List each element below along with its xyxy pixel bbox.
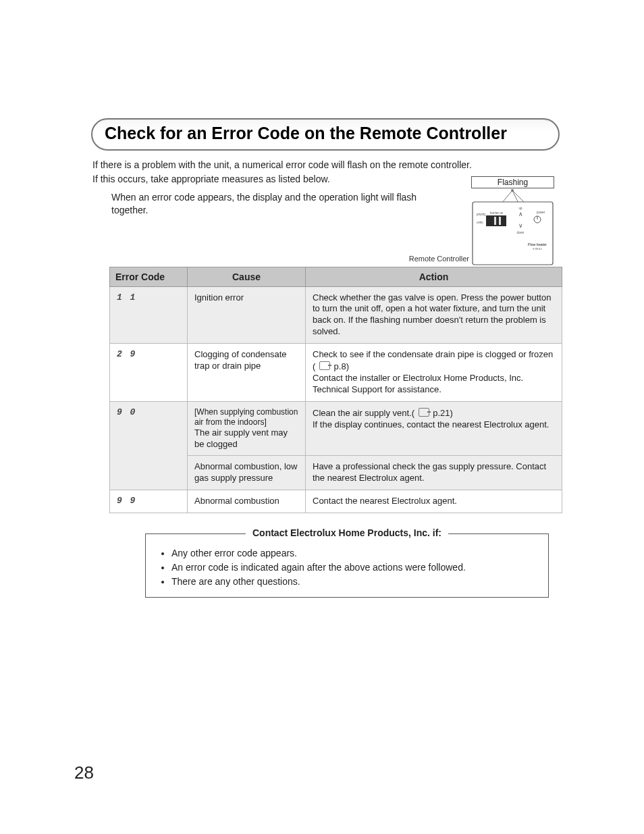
error-code-99: 9 9 bbox=[110, 490, 188, 513]
cause-cell: Clogging of condensate trap or drain pip… bbox=[188, 344, 306, 402]
action-cell: Contact the nearest Electrolux agent. bbox=[306, 490, 562, 513]
page-ref-icon bbox=[419, 408, 429, 417]
error-code-29: 2 9 bbox=[110, 344, 188, 402]
header-action: Action bbox=[306, 267, 562, 286]
svg-text:∧: ∧ bbox=[518, 211, 523, 217]
page-ref-icon bbox=[319, 361, 330, 370]
cause-cell: [When supplying combustion air from the … bbox=[188, 401, 306, 456]
page-ref: p.8 bbox=[334, 361, 346, 371]
list-item: Any other error code appears. bbox=[171, 546, 536, 561]
error-code-11: 1 1 bbox=[110, 286, 188, 344]
svg-text:9 IN 62: 9 IN 62 bbox=[533, 247, 542, 251]
intro-line-1: If there is a problem with the unit, a n… bbox=[92, 159, 560, 172]
section-title: Check for an Error Code on the Remote Co… bbox=[105, 124, 546, 143]
cause-cell: Abnormal combustion, low gas supply pres… bbox=[188, 456, 306, 490]
section-title-bar: Check for an Error Code on the Remote Co… bbox=[91, 118, 560, 151]
remote-controller-figure: Flashing priority burner on units up bbox=[471, 176, 554, 266]
list-item: There are any other questions. bbox=[171, 575, 536, 589]
error-code-table: Error Code Cause Action 1 1 Ignition err… bbox=[109, 267, 562, 514]
table-row: 9 9 Abnormal combustion Contact the near… bbox=[110, 490, 562, 513]
svg-text:∨: ∨ bbox=[518, 222, 523, 229]
svg-rect-6 bbox=[494, 217, 496, 225]
list-item: An error code is indicated again after t… bbox=[171, 561, 536, 575]
cause-cell: Ignition error bbox=[188, 286, 306, 344]
remote-controller-diagram: priority burner on units up ∧ ∨ down pow… bbox=[471, 188, 554, 266]
cause-note: [When supplying combustion air from the … bbox=[194, 407, 298, 427]
action-cell: Clean the air supply vent.( p.21) If the… bbox=[306, 401, 562, 456]
header-error-code: Error Code bbox=[110, 267, 188, 286]
table-header-row: Error Code Cause Action bbox=[110, 267, 562, 286]
svg-text:up: up bbox=[518, 207, 522, 210]
remote-controller-caption: Remote Controller bbox=[394, 255, 469, 263]
document-page: Check for an Error Code on the Remote Co… bbox=[0, 0, 644, 834]
action-cell: Check to see if the condensate drain pip… bbox=[306, 344, 562, 402]
svg-text:down: down bbox=[517, 231, 525, 234]
contact-box: Contact Electrolux Home Products, Inc. i… bbox=[145, 533, 549, 598]
table-row: 2 9 Clogging of condensate trap or drain… bbox=[110, 344, 562, 402]
error-code-90: 9 0 bbox=[110, 401, 188, 490]
contact-legend: Contact Electrolux Home Products, Inc. i… bbox=[246, 527, 448, 538]
action-text: Clean the air supply vent.( bbox=[313, 408, 417, 418]
svg-rect-7 bbox=[499, 217, 501, 225]
flashing-label: Flashing bbox=[471, 176, 554, 188]
page-ref: p.21 bbox=[433, 408, 450, 418]
svg-text:Flow heater: Flow heater bbox=[528, 242, 547, 246]
cause-main: The air supply vent may be clogged bbox=[194, 427, 298, 450]
action-cell: Check whether the gas valve is open. Pre… bbox=[306, 286, 562, 344]
header-cause: Cause bbox=[188, 267, 306, 286]
page-number: 28 bbox=[74, 762, 94, 783]
cause-cell: Abnormal combustion bbox=[188, 490, 306, 513]
svg-text:burner on: burner on bbox=[490, 211, 504, 215]
table-row: 9 0 [When supplying combustion air from … bbox=[110, 401, 562, 456]
svg-text:units: units bbox=[477, 221, 483, 224]
svg-text:power: power bbox=[537, 211, 545, 214]
action-cell: Have a professional check the gas supply… bbox=[306, 456, 562, 490]
contact-list: Any other error code appears. An error c… bbox=[158, 546, 536, 589]
svg-text:priority: priority bbox=[477, 213, 486, 216]
table-row: 1 1 Ignition error Check whether the gas… bbox=[110, 286, 562, 344]
intro-note: When an error code appears, the display … bbox=[111, 191, 435, 217]
svg-point-3 bbox=[511, 189, 514, 192]
